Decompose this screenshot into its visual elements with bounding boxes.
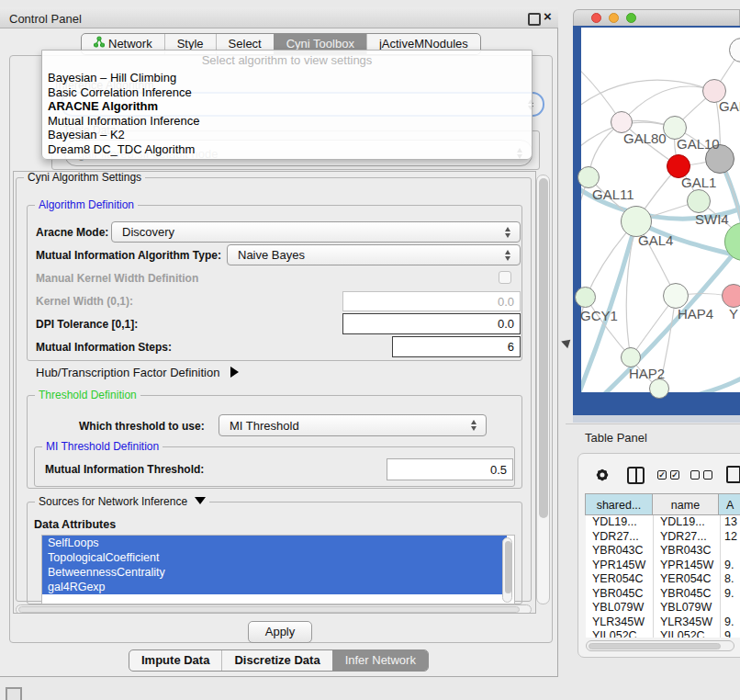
columns-icon[interactable] — [627, 467, 645, 484]
table-horizontal-scrollbar[interactable] — [586, 640, 734, 651]
cyni-bottom-tabbar: Impute Data Discretize Data Infer Networ… — [129, 649, 429, 672]
close-traffic-light[interactable] — [591, 13, 601, 23]
node-label: GAL1 — [681, 175, 716, 190]
minimize-traffic-light[interactable] — [609, 13, 619, 23]
table-row[interactable]: YER054CYER054C8. — [586, 572, 740, 587]
node-label: HAP4 — [678, 306, 713, 322]
attributes-scrollbar[interactable] — [502, 537, 512, 603]
gear-icon[interactable] — [594, 467, 611, 487]
column-header-shared[interactable]: shared... — [585, 493, 653, 515]
control-panel-title: Control Panel — [9, 12, 82, 26]
table-row[interactable]: YIL052CYIL052C9. — [586, 629, 740, 638]
combo-stepper-icon — [505, 250, 511, 261]
manual-kernel-width-label: Manual Kernel Width Definition — [36, 272, 198, 285]
kernel-width-label: Kernel Width (0,1): — [36, 295, 133, 308]
network-node-hap4[interactable] — [663, 283, 689, 309]
dropdown-item-aracne[interactable]: ARACNE Algorithm — [48, 99, 158, 114]
list-item-selfloops[interactable]: SelfLoops — [42, 536, 507, 550]
mi-threshold-definition-title: MI Threshold Definition — [42, 440, 163, 453]
table-row[interactable]: YBL079WYBL079W — [586, 601, 740, 615]
manual-kernel-width-checkbox[interactable] — [499, 271, 511, 284]
node-label: Y — [729, 306, 738, 322]
table-row[interactable]: YBR045CYBR045C9. — [586, 587, 740, 602]
dpi-tolerance-label: DPI Tolerance [0,1]: — [36, 318, 138, 331]
mi-threshold-field[interactable]: 0.5 — [387, 458, 513, 480]
mi-steps-field[interactable]: 6 — [392, 336, 521, 357]
dropdown-item-bayesian-k2[interactable]: Bayesian – K2 — [48, 128, 125, 142]
which-threshold-label: Which threshold to use: — [79, 420, 205, 433]
new-table-icon[interactable] — [726, 466, 740, 483]
list-item-topologicalcoefficient[interactable]: TopologicalCoefficient — [42, 550, 507, 565]
data-attributes-list: SelfLoops TopologicalCoefficient Between… — [41, 535, 515, 604]
node-label: GAL10 — [677, 136, 720, 152]
hub-definition-section[interactable]: Hub/Transcription Factor Definition — [36, 366, 239, 379]
table-row[interactable]: YBR043CYBR043C — [586, 544, 740, 559]
checked-box-icon[interactable]: ✓ — [670, 470, 679, 480]
mi-threshold-value: 0.5 — [490, 463, 507, 477]
table-row[interactable]: YPR145WYPR145W9. — [586, 559, 740, 573]
dropdown-item-dream8[interactable]: Dream8 DC_TDC Algorithm — [48, 142, 195, 157]
which-threshold-combo[interactable]: MI Threshold — [219, 414, 487, 436]
collapse-down-icon — [195, 497, 206, 504]
kernel-width-field[interactable]: 0.0 — [342, 291, 521, 311]
network-node-bottom[interactable] — [649, 378, 669, 399]
algorithm-dropdown-popup: Select algorithm to view settings Bayesi… — [41, 50, 533, 160]
table-row[interactable]: YDL19...YDL19...13 — [586, 515, 740, 530]
network-node-salmon[interactable] — [722, 284, 740, 308]
table-row[interactable]: YDR27...YDR27...12 — [586, 530, 740, 545]
table-body: YDL19...YDL19...13 YDR27...YDR27...12 YB… — [586, 515, 740, 638]
dropdown-item-basic-correlation[interactable]: Basic Correlation Inference — [48, 85, 192, 100]
node-label: GCY1 — [580, 308, 618, 323]
node-label: GAL4 — [638, 232, 673, 248]
zoom-traffic-light[interactable] — [626, 13, 636, 23]
algorithm-definition-title: Algorithm Definition — [35, 198, 138, 211]
mi-steps-value: 6 — [508, 340, 514, 354]
tab-discretize-data[interactable]: Discretize Data — [221, 650, 331, 671]
unchecked-box-icon[interactable] — [690, 470, 700, 480]
mi-algorithm-type-label: Mutual Information Algorithm Type: — [36, 249, 221, 262]
node-label: GAL11 — [592, 186, 634, 202]
node-label: SWI4 — [695, 211, 729, 227]
mi-threshold-label: Mutual Information Threshold: — [45, 463, 204, 476]
table-row[interactable]: YLR345WYLR345W9. — [586, 615, 740, 630]
node-label: HAP2 — [629, 366, 665, 381]
combo-stepper-icon — [471, 420, 477, 431]
expand-right-icon — [230, 367, 239, 378]
network-node-hap2[interactable] — [621, 347, 641, 367]
tab-impute-data[interactable]: Impute Data — [129, 650, 221, 671]
hub-definition-label: Hub/Transcription Factor Definition — [36, 366, 219, 379]
dropdown-item-bayesian-hill-climbing[interactable]: Bayesian – Hill Climbing — [48, 71, 176, 85]
network-node-swi4[interactable] — [687, 189, 711, 213]
list-item-gal4rgexp[interactable]: gal4RGexp — [42, 580, 507, 594]
table-panel-title: Table Panel — [585, 431, 647, 445]
unchecked-box-icon[interactable] — [703, 470, 712, 480]
combo-stepper-icon — [505, 227, 511, 238]
tab-infer-network[interactable]: Infer Network — [332, 650, 428, 671]
float-window-icon[interactable] — [528, 13, 541, 26]
dpi-tolerance-field[interactable]: 0.0 — [342, 313, 521, 334]
dropdown-item-mutual-information[interactable]: Mutual Information Inference — [48, 114, 199, 129]
dropdown-prompt: Select algorithm to view settings — [42, 53, 532, 67]
dock-panel-icon[interactable] — [6, 687, 22, 700]
network-node-gcy1[interactable] — [575, 287, 596, 308]
node-label: GAL — [719, 98, 740, 114]
cyni-algorithm-settings-title: Cyni Algorithm Settings — [24, 171, 145, 184]
which-threshold-value: MI Threshold — [230, 419, 299, 433]
close-icon[interactable]: × — [544, 8, 552, 24]
list-item-betweennesscentrality[interactable]: BetweennessCentrality — [42, 565, 507, 580]
sources-title: Sources for Network Inference — [35, 495, 209, 508]
network-window-bottom-edge — [573, 415, 740, 423]
control-panel-titlebar — [0, 7, 558, 28]
network-node-gal11[interactable] — [577, 166, 600, 188]
table-header: shared... name A — [586, 493, 740, 515]
apply-button[interactable]: Apply — [248, 621, 312, 643]
screen: Control Panel × Network Style Select Cyn… — [0, 0, 740, 700]
cursor-arrow — [560, 337, 571, 348]
column-header-partial[interactable]: A — [718, 493, 740, 515]
settings-vertical-scrollbar[interactable] — [536, 175, 550, 604]
mi-algorithm-type-combo[interactable]: Naive Bayes — [227, 244, 521, 265]
settings-horizontal-scrollbar[interactable] — [16, 604, 532, 614]
checked-box-icon[interactable]: ✓ — [657, 470, 667, 480]
column-header-name[interactable]: name — [652, 493, 719, 515]
aracne-mode-combo[interactable]: Discovery — [111, 221, 521, 243]
